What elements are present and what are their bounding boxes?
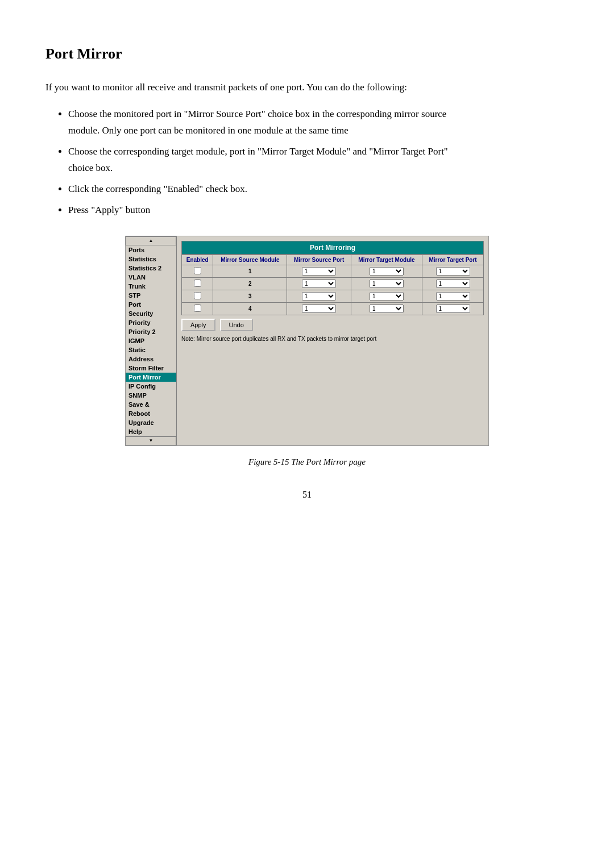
- sidebar-item-12[interactable]: Address: [126, 354, 176, 364]
- sidebar-item-20[interactable]: Help: [126, 427, 176, 436]
- sidebar-item-14[interactable]: Port Mirror: [126, 373, 176, 382]
- target-port-select-1[interactable]: 12345678: [436, 279, 470, 288]
- row-module-1: 2: [213, 277, 287, 290]
- row-module-3: 4: [213, 302, 287, 315]
- sidebar-item-1[interactable]: Statistics: [126, 254, 176, 264]
- port-mirroring-title: Port Mirroring: [181, 241, 484, 254]
- source-port-select-3[interactable]: 12345678: [302, 304, 336, 313]
- target-port-select-2[interactable]: 12345678: [436, 292, 470, 301]
- sidebar-item-7[interactable]: Security: [126, 309, 176, 318]
- target-port-select-0[interactable]: 12345678: [436, 267, 470, 276]
- source-port-select-2[interactable]: 12345678: [302, 292, 336, 301]
- bullet-item-2: Choose the corresponding target module, …: [68, 144, 455, 177]
- sidebar-item-16[interactable]: SNMP: [126, 391, 176, 400]
- source-port-select-1[interactable]: 12345678: [302, 279, 336, 288]
- sidebar-item-13[interactable]: Storm Filter: [126, 364, 176, 373]
- screenshot-container: ▲ PortsStatisticsStatistics 2VLANTrunkST…: [125, 236, 489, 446]
- apply-button[interactable]: Apply: [181, 319, 215, 331]
- bullet-item-3: Click the corresponding "Enabled" check …: [68, 181, 455, 198]
- figure-caption: Figure 5-15 The Port Mirror page: [45, 457, 569, 467]
- sidebar-item-0[interactable]: Ports: [126, 245, 176, 254]
- main-content-area: Port Mirroring Enabled Mirror Source Mod…: [177, 236, 488, 445]
- enabled-checkbox-1[interactable]: [194, 279, 201, 287]
- col-target-module: Mirror Target Module: [351, 254, 422, 265]
- mirror-table: Enabled Mirror Source Module Mirror Sour…: [181, 254, 484, 315]
- col-enabled: Enabled: [182, 254, 213, 265]
- bullet-item-4: Press "Apply" button: [68, 202, 455, 219]
- sidebar-item-10[interactable]: IGMP: [126, 336, 176, 345]
- instruction-list: Choose the monitored port in "Mirror Sou…: [68, 106, 455, 218]
- enabled-checkbox-3[interactable]: [194, 304, 201, 312]
- sidebar-item-2[interactable]: Statistics 2: [126, 264, 176, 273]
- page-number: 51: [45, 490, 569, 500]
- target-module-select-2[interactable]: 1234: [370, 292, 404, 301]
- target-module-select-1[interactable]: 1234: [370, 279, 404, 288]
- sidebar-item-18[interactable]: Reboot: [126, 409, 176, 418]
- row-module-2: 3: [213, 290, 287, 302]
- sidebar-item-11[interactable]: Static: [126, 345, 176, 354]
- intro-paragraph: If you want to monitor all receive and t…: [45, 80, 443, 95]
- button-row: Apply Undo: [181, 319, 484, 331]
- sidebar: ▲ PortsStatisticsStatistics 2VLANTrunkST…: [126, 236, 177, 445]
- sidebar-item-8[interactable]: Priority: [126, 318, 176, 327]
- sidebar-item-9[interactable]: Priority 2: [126, 327, 176, 336]
- enabled-checkbox-0[interactable]: [194, 267, 201, 274]
- sidebar-item-17[interactable]: Save &: [126, 400, 176, 409]
- source-port-select-0[interactable]: 12345678: [302, 267, 336, 276]
- sidebar-item-5[interactable]: STP: [126, 291, 176, 300]
- sidebar-item-4[interactable]: Trunk: [126, 282, 176, 291]
- col-source-module: Mirror Source Module: [213, 254, 287, 265]
- target-module-select-3[interactable]: 1234: [370, 304, 404, 313]
- target-port-select-3[interactable]: 12345678: [436, 304, 470, 313]
- sidebar-items: PortsStatisticsStatistics 2VLANTrunkSTPP…: [126, 245, 176, 436]
- sidebar-scroll-down[interactable]: ▼: [126, 436, 176, 445]
- bullet-item-1: Choose the monitored port in "Mirror Sou…: [68, 106, 455, 139]
- note-text: Note: Mirror source port duplicates all …: [181, 336, 484, 342]
- enabled-checkbox-2[interactable]: [194, 292, 201, 299]
- sidebar-scroll-up[interactable]: ▲: [126, 236, 176, 245]
- sidebar-item-3[interactable]: VLAN: [126, 273, 176, 282]
- target-module-select-0[interactable]: 1234: [370, 267, 404, 276]
- undo-button[interactable]: Undo: [220, 319, 253, 331]
- sidebar-item-19[interactable]: Upgrade: [126, 418, 176, 427]
- row-module-0: 1: [213, 265, 287, 277]
- col-source-port: Mirror Source Port: [287, 254, 351, 265]
- page-title: Port Mirror: [45, 45, 569, 62]
- sidebar-item-15[interactable]: IP Config: [126, 382, 176, 391]
- col-target-port: Mirror Target Port: [422, 254, 484, 265]
- sidebar-item-6[interactable]: Port: [126, 300, 176, 309]
